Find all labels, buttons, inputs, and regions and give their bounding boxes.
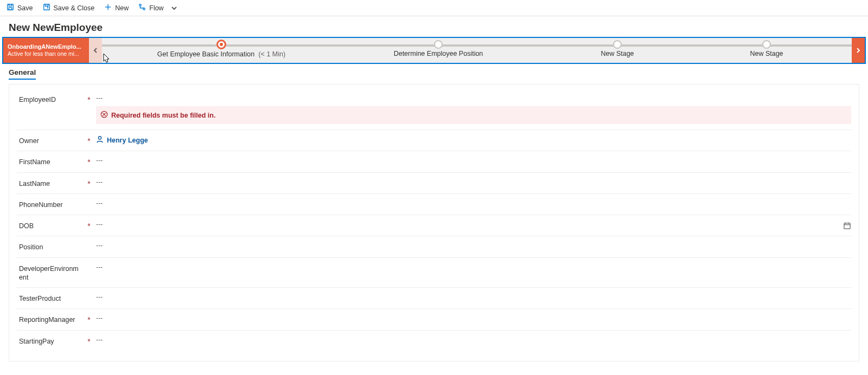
bpf-stage-dot: [216, 40, 226, 49]
bpf-stage-1[interactable]: Get Employee Basic Information (< 1 Min): [140, 38, 303, 58]
bpf-stage-2[interactable]: Determine Employee Position: [357, 38, 520, 57]
bpf-stage-dot: [613, 40, 622, 49]
field-label: PhoneNumber: [17, 199, 82, 209]
owner-lookup-value[interactable]: Henry Legge: [96, 135, 851, 145]
field-value[interactable]: --- Required fields must be filled in.: [96, 94, 851, 124]
field-label: StartingPay: [17, 336, 82, 346]
field-employee-id: EmployeeID * --- Required fields must be…: [17, 89, 851, 130]
chevron-down-icon: [171, 5, 177, 11]
required-mark: *: [86, 336, 92, 346]
field-placeholder: ---: [96, 157, 103, 164]
field-pay: StartingPay * ---: [17, 331, 851, 351]
bpf-stage-dot: [434, 40, 443, 49]
field-placeholder: ---: [96, 178, 103, 186]
field-value[interactable]: ---: [96, 157, 851, 164]
field-placeholder: ---: [96, 293, 103, 301]
svg-rect-2: [9, 8, 11, 10]
bpf-next-button[interactable]: [852, 38, 865, 63]
bpf-track: Get Employee Basic Information (< 1 Min)…: [102, 38, 852, 63]
field-label: EmployeeID: [17, 94, 82, 104]
required-mark: *: [86, 221, 92, 230]
svg-point-6: [139, 4, 142, 7]
calendar-icon[interactable]: [843, 222, 851, 231]
field-position: Position ---: [17, 236, 851, 257]
bpf-stage-dot: [762, 40, 771, 49]
bpf-stage-label: Get Employee Basic Information: [157, 50, 254, 58]
required-mark: *: [86, 135, 92, 145]
svg-rect-0: [8, 4, 14, 10]
field-tester: TesterProduct ---: [17, 288, 851, 309]
chevron-right-icon: [856, 48, 861, 53]
save-close-button[interactable]: Save & Close: [39, 2, 99, 14]
form-general-section: EmployeeID * --- Required fields must be…: [9, 84, 859, 361]
save-close-label: Save & Close: [54, 4, 95, 12]
form-tabs: General: [0, 64, 868, 80]
new-button[interactable]: New: [100, 2, 133, 14]
chevron-left-icon: [93, 48, 98, 53]
field-label: Owner: [17, 135, 82, 145]
field-value[interactable]: ---: [96, 199, 851, 207]
required-mark: [86, 199, 92, 201]
field-label: FirstName: [17, 157, 82, 166]
bpf-stage-label: New Stage: [601, 50, 634, 57]
plus-icon: [104, 3, 112, 12]
bpf-stage-4[interactable]: New Stage: [685, 38, 848, 57]
required-mark: *: [86, 157, 92, 166]
bpf-process-status: Active for less than one mi...: [8, 50, 85, 57]
required-mark: *: [86, 94, 92, 104]
field-value[interactable]: ---: [96, 336, 851, 344]
field-value[interactable]: ---: [96, 314, 851, 322]
command-bar: Save Save & Close New Flow: [0, 0, 868, 16]
svg-rect-1: [9, 4, 11, 7]
field-placeholder: ---: [96, 199, 103, 207]
validation-error: Required fields must be filled in.: [96, 106, 851, 124]
bpf-prev-button[interactable]: [89, 38, 102, 63]
field-placeholder: ---: [96, 94, 103, 102]
field-manager: ReportingManager * ---: [17, 309, 851, 330]
bpf-process-info[interactable]: OnboardingANewEmplo... Active for less t…: [3, 38, 89, 63]
field-owner: Owner * Henry Legge: [17, 130, 851, 151]
field-placeholder: ---: [96, 221, 103, 228]
field-value[interactable]: ---: [96, 242, 851, 249]
field-placeholder: ---: [96, 263, 103, 271]
bpf-stage-label: Determine Employee Position: [394, 50, 483, 57]
flow-button[interactable]: Flow: [134, 2, 168, 14]
required-mark: [86, 263, 92, 264]
required-mark: *: [86, 314, 92, 324]
page-title: New NewEmployee: [0, 16, 868, 37]
required-mark: [86, 242, 92, 243]
field-value[interactable]: ---: [96, 221, 851, 228]
svg-rect-3: [43, 4, 49, 10]
flow-label: Flow: [149, 4, 163, 12]
field-phone: PhoneNumber ---: [17, 194, 851, 215]
save-button[interactable]: Save: [2, 2, 37, 14]
error-text: Required fields must be filled in.: [111, 112, 215, 119]
field-dob: DOB * ---: [17, 215, 851, 236]
bpf-bar: OnboardingANewEmplo... Active for less t…: [2, 37, 866, 64]
flow-icon: [138, 3, 146, 12]
save-icon: [7, 3, 14, 12]
required-mark: *: [86, 178, 92, 188]
field-first-name: FirstName * ---: [17, 151, 851, 172]
field-label: DOB: [17, 221, 82, 230]
tab-general[interactable]: General: [9, 68, 36, 80]
bpf-stage-3[interactable]: New Stage: [536, 38, 699, 57]
svg-point-11: [98, 137, 101, 139]
person-icon: [96, 135, 104, 145]
owner-name: Henry Legge: [107, 137, 148, 144]
new-label: New: [115, 4, 129, 12]
field-label: ReportingManager: [17, 314, 82, 324]
field-placeholder: ---: [96, 242, 103, 249]
field-value[interactable]: ---: [96, 293, 851, 301]
field-value[interactable]: ---: [96, 178, 851, 186]
save-close-icon: [43, 3, 50, 12]
field-last-name: LastName * ---: [17, 173, 851, 194]
field-dev-env: DeveloperEnvironment ---: [17, 258, 851, 288]
required-mark: [86, 293, 92, 294]
svg-rect-12: [844, 223, 850, 229]
bpf-process-name: OnboardingANewEmplo...: [8, 43, 85, 51]
flow-dropdown[interactable]: [169, 4, 179, 12]
field-value[interactable]: ---: [96, 263, 851, 271]
field-label: LastName: [17, 178, 82, 188]
field-value[interactable]: Henry Legge: [96, 135, 851, 145]
